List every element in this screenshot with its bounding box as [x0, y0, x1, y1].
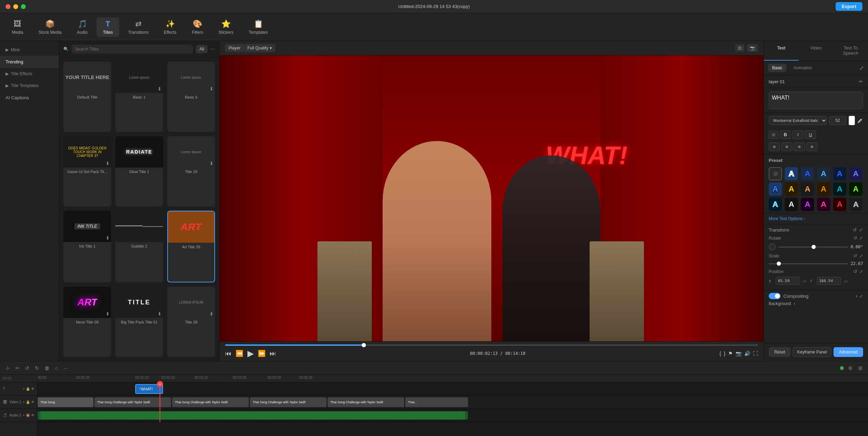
- player-select[interactable]: Player: [225, 44, 244, 52]
- preset-teal[interactable]: A: [833, 182, 846, 196]
- template-big-title[interactable]: TITLE ⬇ Big Title Pack Title 01: [115, 287, 163, 357]
- background-toggle[interactable]: [769, 293, 781, 299]
- sidebar-section-mine[interactable]: ▶ Mine: [0, 44, 59, 56]
- tab-tts[interactable]: Text To Speech: [833, 41, 868, 61]
- preset-dark-blue[interactable]: A: [801, 167, 814, 180]
- preset-blue-2[interactable]: A: [769, 182, 782, 196]
- tool-templates[interactable]: 📋 Templates: [243, 17, 274, 37]
- template-title-29[interactable]: Lorem Ipsum ⬇ Title 29: [167, 136, 215, 207]
- tl-video-clip-5[interactable]: That Song Challenge with Taylor Swift: [328, 397, 404, 407]
- align-right-button[interactable]: ≡: [794, 142, 805, 151]
- position-y-input[interactable]: [817, 277, 841, 285]
- template-subtitle-2[interactable]: Subtitle 2: [115, 211, 163, 282]
- timeline-ruler[interactable]: 00:00 00:00:25 00:01:20 00:02:15 00:03:1…: [38, 375, 868, 382]
- tool-media[interactable]: 🖼 Media: [6, 17, 30, 37]
- progress-bar[interactable]: [225, 344, 758, 346]
- preset-navy[interactable]: A: [833, 167, 846, 180]
- position-keyframe-button[interactable]: ⤢: [859, 269, 863, 274]
- font-size-input[interactable]: [829, 116, 846, 125]
- italic-button[interactable]: I: [792, 130, 804, 139]
- template-ink-1[interactable]: INK TITLE ⬇ Ink Title 1: [63, 211, 111, 282]
- tl-video-clip-4[interactable]: That Song Challenge with Taylor Swift: [250, 397, 327, 407]
- bracket-open-button[interactable]: {: [720, 351, 721, 356]
- expand-panel-button[interactable]: ⤢: [859, 64, 864, 72]
- sidebar-section-title-effects[interactable]: ▶ Title Effects: [0, 68, 59, 80]
- play-button[interactable]: ▶: [247, 349, 254, 358]
- tl-audio-eye[interactable]: 👁: [31, 413, 34, 417]
- tool-stock-media[interactable]: 📦 Stock Media: [32, 17, 68, 37]
- tl-grid[interactable]: ⊞: [857, 364, 864, 372]
- advanced-button[interactable]: Advanced: [834, 347, 863, 357]
- text-align-left-button[interactable]: ⊞: [769, 131, 778, 139]
- scale-keyframe-button[interactable]: ⤢: [859, 253, 863, 258]
- preset-red[interactable]: A: [833, 198, 846, 211]
- tab-video[interactable]: Video: [799, 41, 834, 61]
- preset-blue-outline[interactable]: A: [785, 167, 798, 180]
- tl-track-eye[interactable]: 👁: [31, 387, 34, 391]
- tl-video-lock[interactable]: 🔒: [26, 400, 30, 404]
- rotate-keyframe-button[interactable]: ⤢: [859, 235, 863, 241]
- more-options-button[interactable]: ···: [210, 46, 215, 52]
- preset-none[interactable]: ⊘: [769, 167, 782, 180]
- scale-slider[interactable]: [769, 263, 848, 264]
- tl-more[interactable]: ···: [62, 364, 69, 372]
- timeline-playhead[interactable]: ✂: [160, 382, 160, 422]
- transform-expand-button[interactable]: ⤢: [859, 227, 863, 233]
- preset-lime[interactable]: A: [849, 182, 862, 196]
- fullscreen-button[interactable]: ⛶: [753, 351, 758, 356]
- reset-button[interactable]: Reset: [769, 347, 791, 357]
- tab-text[interactable]: Text: [764, 41, 799, 61]
- screenshot-button[interactable]: 📷: [747, 44, 758, 52]
- align-left-button[interactable]: ≡: [769, 142, 780, 151]
- color-swatch[interactable]: [848, 116, 855, 125]
- search-input[interactable]: [71, 45, 193, 54]
- tl-split[interactable]: ⌂: [54, 364, 59, 372]
- underline-button[interactable]: U: [805, 130, 816, 139]
- preset-gradient-warm[interactable]: A: [801, 182, 814, 196]
- tl-select-tool[interactable]: ⊹: [4, 364, 11, 372]
- fit-screen-button[interactable]: ⊡: [735, 44, 744, 52]
- template-art-26[interactable]: ART Art Title 26: [167, 211, 215, 282]
- preset-orange[interactable]: A: [817, 182, 830, 196]
- add-marker-button[interactable]: ⚑: [728, 351, 733, 356]
- template-basic-1[interactable]: Lorem ipsum ⬇ Basic 1: [115, 62, 163, 132]
- align-justify-button[interactable]: ≡: [806, 142, 817, 151]
- tl-track-lock[interactable]: 🔒: [26, 387, 30, 391]
- template-game-ui[interactable]: DOES MIDAS' GOLDEN TOUCH WORK IN CHAPTER…: [63, 136, 111, 207]
- tl-delete[interactable]: 🗑: [43, 364, 51, 372]
- rotate-knob[interactable]: [769, 243, 776, 250]
- tool-stickers[interactable]: ⭐ Stickers: [212, 17, 240, 37]
- tl-video-clip-6[interactable]: That...: [405, 397, 468, 407]
- snapshot-button[interactable]: 📷: [736, 351, 742, 356]
- scale-reset-button[interactable]: ↺: [853, 253, 857, 258]
- position-x-input[interactable]: [776, 277, 800, 285]
- rotate-reset-button[interactable]: ↺: [853, 235, 857, 241]
- tool-audio[interactable]: 🎵 Audio: [71, 17, 94, 37]
- skip-back-button[interactable]: ⏮: [225, 350, 231, 357]
- edit-layer-button[interactable]: ✏: [859, 79, 863, 84]
- rotate-slider-thumb[interactable]: [812, 245, 816, 249]
- export-button[interactable]: Export: [836, 2, 862, 11]
- bold-button[interactable]: B: [780, 130, 791, 139]
- template-default-title[interactable]: YOUR TITLE HERE Default Title: [63, 62, 111, 132]
- skip-forward-button[interactable]: ⏭: [270, 350, 276, 357]
- tool-titles[interactable]: T Titles: [97, 17, 119, 37]
- sidebar-section-title-templates[interactable]: ▶ Title Templates: [0, 80, 59, 92]
- preset-white[interactable]: A: [785, 198, 798, 211]
- eyedropper-button[interactable]: 💉: [857, 118, 863, 123]
- tl-settings[interactable]: ⚙: [847, 364, 854, 372]
- preset-silver[interactable]: A: [849, 198, 862, 211]
- preset-light-blue[interactable]: A: [817, 167, 830, 180]
- template-glow-1[interactable]: RADIATE Glow Title 1: [115, 136, 163, 207]
- tl-video-clip-1[interactable]: That Song: [38, 397, 93, 407]
- frame-back-button[interactable]: ⏪: [236, 350, 243, 357]
- preset-pink[interactable]: A: [817, 198, 830, 211]
- transform-reset-button[interactable]: ↺: [853, 227, 857, 233]
- tool-transitions[interactable]: ⇄ Transitions: [122, 17, 155, 37]
- preset-gold[interactable]: A: [785, 182, 798, 196]
- tl-audio-add[interactable]: +: [23, 413, 25, 417]
- scale-slider-thumb[interactable]: [777, 262, 781, 266]
- tl-track-add[interactable]: +: [23, 387, 25, 391]
- tl-video-add[interactable]: +: [23, 400, 25, 404]
- tl-video-clip-3[interactable]: That Song Challenge with Taylor Swift: [172, 397, 249, 407]
